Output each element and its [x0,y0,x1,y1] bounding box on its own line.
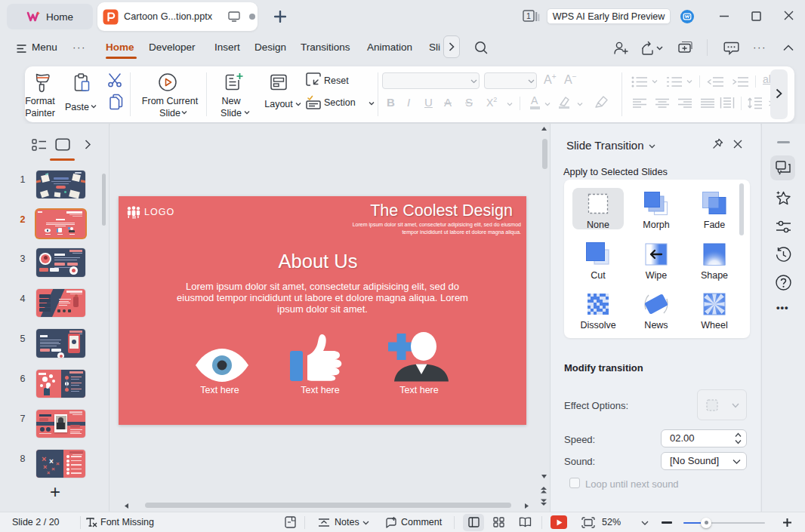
svg-text:1: 1 [526,11,531,20]
